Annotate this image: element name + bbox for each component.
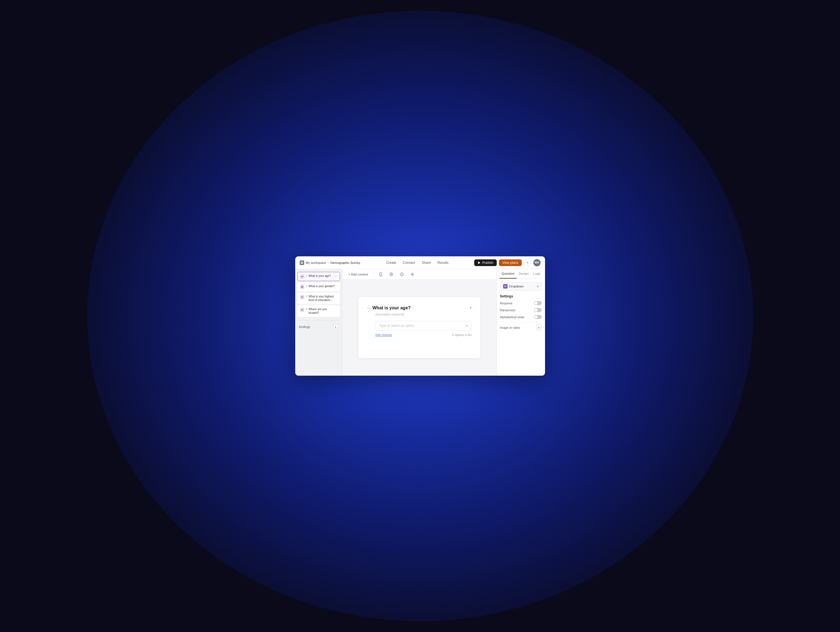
question-header: ↪ What is your age? • [367, 306, 472, 310]
right-panel: Question Design Logic [496, 269, 545, 376]
svg-rect-24 [504, 287, 506, 287]
add-content-label: + Add content [349, 273, 368, 276]
preview-play-button[interactable] [388, 271, 395, 278]
canvas-toolbar: + Add content [343, 269, 496, 280]
svg-marker-4 [478, 262, 480, 264]
nav-share[interactable]: Share [422, 261, 431, 265]
mobile-icon [379, 273, 383, 276]
sidebar-footer: Endings + [297, 320, 340, 331]
svg-point-22 [412, 274, 413, 275]
image-video-add-button[interactable]: + [536, 325, 542, 331]
svg-rect-0 [301, 262, 302, 263]
panel-divider [500, 322, 542, 322]
setting-required-toggle[interactable] [534, 301, 542, 305]
dropdown-placeholder: Type or select an option [379, 324, 414, 328]
sidebar-question-4[interactable]: 4 Where are you located? [297, 305, 340, 317]
svg-marker-7 [303, 277, 303, 277]
nav-results[interactable]: Results [437, 261, 448, 265]
sidebar: 1 What is your age? ⋯ 2 What is your gen… [295, 269, 343, 376]
setting-alphabetical-toggle[interactable] [534, 315, 542, 319]
question-title[interactable]: What is your age? [373, 306, 466, 310]
edit-choices-link[interactable]: Edit choices [376, 333, 392, 337]
q3-icon [300, 295, 305, 299]
endings-row: Endings + [297, 323, 340, 331]
publish-button[interactable]: Publish [474, 259, 496, 266]
q3-text: What is your highest level of education.… [309, 295, 338, 302]
q4-type-icon [301, 309, 303, 311]
panel-body: Dropdown ▾ Settings Required Randomize A… [497, 279, 545, 334]
svg-rect-5 [301, 276, 303, 277]
sidebar-question-1[interactable]: 1 What is your age? ⋯ [297, 272, 340, 281]
sidebar-question-2[interactable]: 2 What is your gender? [297, 282, 340, 291]
canvas-content: ↪ What is your age? • Description (optio… [343, 280, 496, 376]
nav-center: Create Connect Share Results [360, 261, 474, 265]
type-dropdown-icon [503, 284, 508, 288]
tab-logic[interactable]: Logic [531, 269, 543, 279]
svg-rect-23 [504, 286, 507, 286]
setting-randomize-label: Randomize [500, 309, 516, 312]
settings-button[interactable] [409, 271, 416, 278]
dropdown-field[interactable]: Type or select an option ▾ [376, 321, 472, 331]
help-button[interactable]: ? [524, 259, 531, 266]
image-video-label: Image or video [500, 326, 520, 329]
app-window: My workspace › Demographic Survey Create… [295, 256, 545, 376]
question-description[interactable]: Description (optional) [376, 313, 472, 316]
preview-mobile-button[interactable] [377, 271, 384, 278]
settings-icon [411, 273, 414, 276]
tab-question[interactable]: Question [499, 269, 517, 279]
publish-play-icon [478, 261, 481, 265]
svg-rect-6 [301, 277, 303, 277]
q1-more: ⋯ [333, 274, 338, 278]
main-content: 1 What is your age? ⋯ 2 What is your gen… [295, 269, 545, 376]
nav-right: Publish View plans ? WH [474, 259, 540, 266]
svg-rect-11 [301, 297, 303, 297]
setting-alphabetical-label: Alphabetical order [500, 315, 525, 319]
view-plans-button[interactable]: View plans [499, 259, 522, 266]
add-content-button[interactable]: + Add content [346, 272, 371, 277]
panel-tabs: Question Design Logic [497, 269, 545, 279]
q2-text: What is your gender? [309, 284, 338, 288]
svg-rect-2 [301, 263, 302, 264]
endings-add-button[interactable]: + [333, 324, 338, 329]
edit-choices-row: Edit choices 6 options in list [376, 333, 472, 337]
canvas-area: + Add content [343, 269, 496, 376]
setting-required-label: Required [500, 301, 513, 305]
svg-rect-13 [301, 309, 303, 310]
svg-marker-19 [391, 274, 392, 275]
setting-alphabetical: Alphabetical order [500, 315, 542, 319]
question-card: ↪ What is your age? • Description (optio… [358, 297, 480, 358]
tab-design[interactable]: Design [517, 269, 531, 279]
nav-create[interactable]: Create [386, 261, 396, 265]
settings-title: Settings [500, 294, 542, 298]
view-plans-label: View plans [502, 261, 518, 265]
setting-randomize-toggle[interactable] [534, 308, 542, 312]
svg-marker-25 [506, 287, 507, 287]
sidebar-question-3[interactable]: 3 What is your highest level of educatio… [297, 292, 340, 304]
setting-required: Required [500, 301, 542, 305]
type-dropdown[interactable]: Dropdown ▾ [500, 282, 542, 290]
q3-type-icon [301, 296, 303, 298]
survey-name: Demographic Survey [330, 261, 360, 265]
q2-icon [300, 285, 305, 289]
svg-text:i: i [401, 273, 402, 275]
image-video-row: Image or video + [500, 325, 542, 331]
q3-num: 3 [306, 295, 307, 298]
q1-num: 1 [306, 274, 307, 277]
publish-label: Publish [482, 261, 493, 265]
required-indicator: • [470, 306, 472, 310]
dropdown-chevron-icon: ▾ [466, 324, 468, 328]
info-button[interactable]: i [398, 271, 406, 278]
nav-connect[interactable]: Connect [403, 261, 415, 265]
help-icon: ? [526, 261, 528, 265]
q4-icon [300, 308, 305, 312]
q4-text: Where are you located? [309, 307, 338, 315]
svg-rect-12 [301, 298, 303, 298]
breadcrumb: My workspace › Demographic Survey [300, 260, 360, 265]
q4-num: 4 [306, 307, 307, 310]
svg-point-9 [302, 287, 302, 287]
setting-randomize: Randomize [500, 308, 542, 312]
dropdown-icon [301, 275, 303, 278]
svg-rect-14 [301, 310, 303, 311]
svg-rect-1 [302, 262, 303, 263]
svg-point-17 [381, 275, 381, 276]
